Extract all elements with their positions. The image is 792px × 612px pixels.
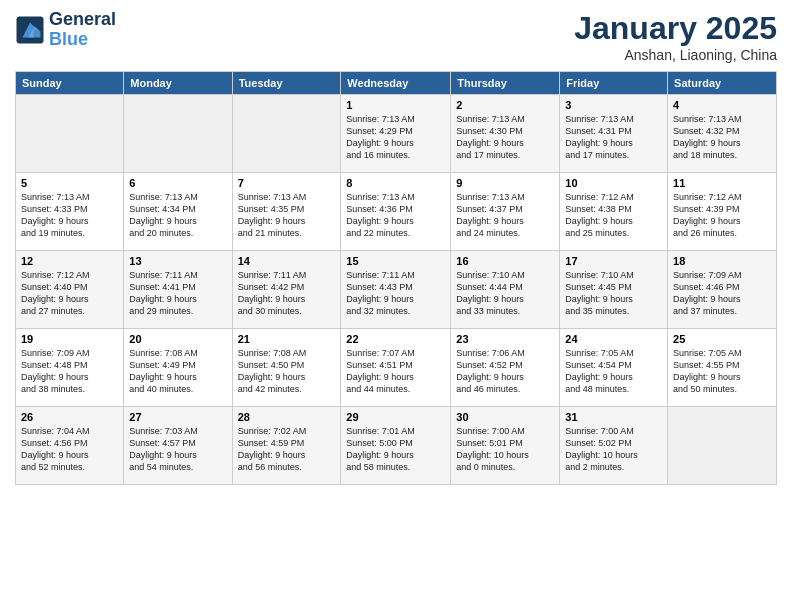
day-info: Sunrise: 7:01 AM Sunset: 5:00 PM Dayligh… <box>346 425 445 474</box>
day-cell: 22Sunrise: 7:07 AM Sunset: 4:51 PM Dayli… <box>341 329 451 407</box>
day-cell: 12Sunrise: 7:12 AM Sunset: 4:40 PM Dayli… <box>16 251 124 329</box>
day-info: Sunrise: 7:06 AM Sunset: 4:52 PM Dayligh… <box>456 347 554 396</box>
day-number: 9 <box>456 177 554 189</box>
day-number: 16 <box>456 255 554 267</box>
day-cell <box>16 95 124 173</box>
day-info: Sunrise: 7:04 AM Sunset: 4:56 PM Dayligh… <box>21 425 118 474</box>
day-cell: 21Sunrise: 7:08 AM Sunset: 4:50 PM Dayli… <box>232 329 341 407</box>
day-number: 29 <box>346 411 445 423</box>
day-cell: 15Sunrise: 7:11 AM Sunset: 4:43 PM Dayli… <box>341 251 451 329</box>
day-cell: 4Sunrise: 7:13 AM Sunset: 4:32 PM Daylig… <box>668 95 777 173</box>
day-cell: 26Sunrise: 7:04 AM Sunset: 4:56 PM Dayli… <box>16 407 124 485</box>
day-cell <box>668 407 777 485</box>
day-cell: 30Sunrise: 7:00 AM Sunset: 5:01 PM Dayli… <box>451 407 560 485</box>
day-cell: 8Sunrise: 7:13 AM Sunset: 4:36 PM Daylig… <box>341 173 451 251</box>
day-cell: 2Sunrise: 7:13 AM Sunset: 4:30 PM Daylig… <box>451 95 560 173</box>
day-number: 18 <box>673 255 771 267</box>
day-number: 10 <box>565 177 662 189</box>
calendar-table: SundayMondayTuesdayWednesdayThursdayFrid… <box>15 71 777 485</box>
day-number: 30 <box>456 411 554 423</box>
day-info: Sunrise: 7:08 AM Sunset: 4:49 PM Dayligh… <box>129 347 226 396</box>
day-number: 6 <box>129 177 226 189</box>
day-cell: 5Sunrise: 7:13 AM Sunset: 4:33 PM Daylig… <box>16 173 124 251</box>
day-info: Sunrise: 7:12 AM Sunset: 4:40 PM Dayligh… <box>21 269 118 318</box>
day-info: Sunrise: 7:03 AM Sunset: 4:57 PM Dayligh… <box>129 425 226 474</box>
day-info: Sunrise: 7:11 AM Sunset: 4:43 PM Dayligh… <box>346 269 445 318</box>
logo-line1: General <box>49 10 116 30</box>
weekday-header-row: SundayMondayTuesdayWednesdayThursdayFrid… <box>16 72 777 95</box>
day-number: 24 <box>565 333 662 345</box>
day-number: 28 <box>238 411 336 423</box>
day-number: 20 <box>129 333 226 345</box>
day-cell: 19Sunrise: 7:09 AM Sunset: 4:48 PM Dayli… <box>16 329 124 407</box>
day-number: 23 <box>456 333 554 345</box>
weekday-header-wednesday: Wednesday <box>341 72 451 95</box>
day-cell <box>232 95 341 173</box>
day-number: 21 <box>238 333 336 345</box>
logo-text: General Blue <box>49 10 116 50</box>
logo: General Blue <box>15 10 116 50</box>
day-number: 5 <box>21 177 118 189</box>
day-info: Sunrise: 7:07 AM Sunset: 4:51 PM Dayligh… <box>346 347 445 396</box>
day-number: 22 <box>346 333 445 345</box>
day-number: 31 <box>565 411 662 423</box>
day-info: Sunrise: 7:09 AM Sunset: 4:48 PM Dayligh… <box>21 347 118 396</box>
day-number: 7 <box>238 177 336 189</box>
week-row-4: 19Sunrise: 7:09 AM Sunset: 4:48 PM Dayli… <box>16 329 777 407</box>
day-info: Sunrise: 7:11 AM Sunset: 4:41 PM Dayligh… <box>129 269 226 318</box>
day-info: Sunrise: 7:13 AM Sunset: 4:34 PM Dayligh… <box>129 191 226 240</box>
day-number: 26 <box>21 411 118 423</box>
day-info: Sunrise: 7:10 AM Sunset: 4:44 PM Dayligh… <box>456 269 554 318</box>
day-number: 2 <box>456 99 554 111</box>
week-row-1: 1Sunrise: 7:13 AM Sunset: 4:29 PM Daylig… <box>16 95 777 173</box>
month-title: January 2025 <box>574 10 777 47</box>
day-info: Sunrise: 7:10 AM Sunset: 4:45 PM Dayligh… <box>565 269 662 318</box>
weekday-header-friday: Friday <box>560 72 668 95</box>
day-info: Sunrise: 7:05 AM Sunset: 4:55 PM Dayligh… <box>673 347 771 396</box>
day-number: 15 <box>346 255 445 267</box>
day-cell: 20Sunrise: 7:08 AM Sunset: 4:49 PM Dayli… <box>124 329 232 407</box>
day-number: 8 <box>346 177 445 189</box>
day-info: Sunrise: 7:13 AM Sunset: 4:29 PM Dayligh… <box>346 113 445 162</box>
day-number: 11 <box>673 177 771 189</box>
day-info: Sunrise: 7:00 AM Sunset: 5:01 PM Dayligh… <box>456 425 554 474</box>
day-info: Sunrise: 7:13 AM Sunset: 4:37 PM Dayligh… <box>456 191 554 240</box>
calendar-page: General Blue January 2025 Anshan, Liaoni… <box>0 0 792 495</box>
day-cell: 11Sunrise: 7:12 AM Sunset: 4:39 PM Dayli… <box>668 173 777 251</box>
day-number: 4 <box>673 99 771 111</box>
day-info: Sunrise: 7:12 AM Sunset: 4:39 PM Dayligh… <box>673 191 771 240</box>
day-info: Sunrise: 7:13 AM Sunset: 4:30 PM Dayligh… <box>456 113 554 162</box>
day-cell: 1Sunrise: 7:13 AM Sunset: 4:29 PM Daylig… <box>341 95 451 173</box>
day-cell: 28Sunrise: 7:02 AM Sunset: 4:59 PM Dayli… <box>232 407 341 485</box>
day-cell: 29Sunrise: 7:01 AM Sunset: 5:00 PM Dayli… <box>341 407 451 485</box>
day-number: 14 <box>238 255 336 267</box>
weekday-header-tuesday: Tuesday <box>232 72 341 95</box>
day-info: Sunrise: 7:02 AM Sunset: 4:59 PM Dayligh… <box>238 425 336 474</box>
day-number: 1 <box>346 99 445 111</box>
day-cell: 3Sunrise: 7:13 AM Sunset: 4:31 PM Daylig… <box>560 95 668 173</box>
day-cell: 25Sunrise: 7:05 AM Sunset: 4:55 PM Dayli… <box>668 329 777 407</box>
day-cell: 10Sunrise: 7:12 AM Sunset: 4:38 PM Dayli… <box>560 173 668 251</box>
day-cell <box>124 95 232 173</box>
day-number: 13 <box>129 255 226 267</box>
weekday-header-monday: Monday <box>124 72 232 95</box>
logo-line2: Blue <box>49 30 116 50</box>
day-cell: 14Sunrise: 7:11 AM Sunset: 4:42 PM Dayli… <box>232 251 341 329</box>
day-info: Sunrise: 7:13 AM Sunset: 4:31 PM Dayligh… <box>565 113 662 162</box>
weekday-header-thursday: Thursday <box>451 72 560 95</box>
day-cell: 17Sunrise: 7:10 AM Sunset: 4:45 PM Dayli… <box>560 251 668 329</box>
day-info: Sunrise: 7:13 AM Sunset: 4:36 PM Dayligh… <box>346 191 445 240</box>
day-info: Sunrise: 7:13 AM Sunset: 4:32 PM Dayligh… <box>673 113 771 162</box>
day-info: Sunrise: 7:13 AM Sunset: 4:33 PM Dayligh… <box>21 191 118 240</box>
logo-icon <box>15 15 45 45</box>
weekday-header-sunday: Sunday <box>16 72 124 95</box>
week-row-5: 26Sunrise: 7:04 AM Sunset: 4:56 PM Dayli… <box>16 407 777 485</box>
day-cell: 24Sunrise: 7:05 AM Sunset: 4:54 PM Dayli… <box>560 329 668 407</box>
day-number: 27 <box>129 411 226 423</box>
day-info: Sunrise: 7:05 AM Sunset: 4:54 PM Dayligh… <box>565 347 662 396</box>
week-row-2: 5Sunrise: 7:13 AM Sunset: 4:33 PM Daylig… <box>16 173 777 251</box>
day-number: 3 <box>565 99 662 111</box>
header: General Blue January 2025 Anshan, Liaoni… <box>15 10 777 63</box>
day-info: Sunrise: 7:13 AM Sunset: 4:35 PM Dayligh… <box>238 191 336 240</box>
day-number: 17 <box>565 255 662 267</box>
